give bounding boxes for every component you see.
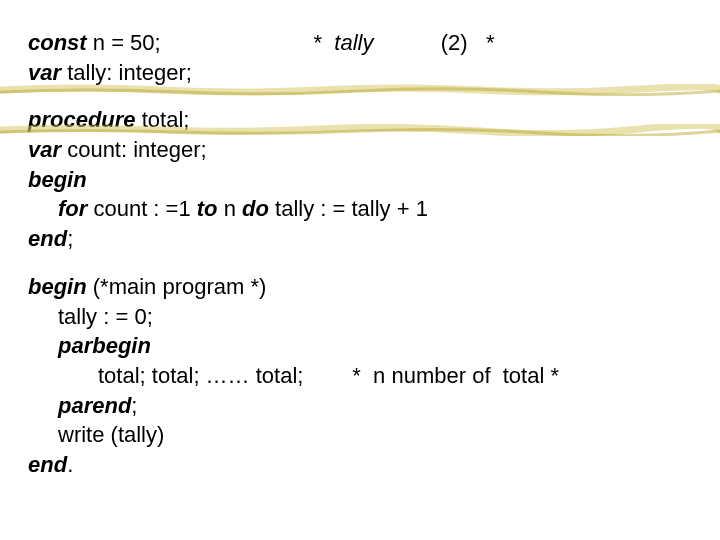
comment-tally: tally xyxy=(334,30,373,55)
kw-begin: begin xyxy=(28,167,87,192)
kw-parend: parend xyxy=(58,393,131,418)
code-line-12: parend; xyxy=(28,391,692,421)
code-line-14: end. xyxy=(28,450,692,480)
kw-end: end xyxy=(28,452,67,477)
text: write (tally) xyxy=(58,422,164,447)
code-line-10: parbegin xyxy=(28,331,692,361)
kw-begin: begin xyxy=(28,274,87,299)
comment: * n number of total * xyxy=(303,363,559,388)
text: n = 50; xyxy=(87,30,314,55)
code-line-11: total; total; …… total; * n number of to… xyxy=(28,361,692,391)
code-line-9: tally : = 0; xyxy=(28,302,692,332)
text: count: integer; xyxy=(61,137,207,162)
code-line-5: begin xyxy=(28,165,692,195)
text: tally: integer; xyxy=(61,60,192,85)
kw-var: var xyxy=(28,60,61,85)
slide: const n = 50; * tally (2) * var tally: i… xyxy=(0,0,720,540)
kw-end: end xyxy=(28,226,67,251)
kw-parbegin: parbegin xyxy=(58,333,151,358)
text: count : =1 xyxy=(87,196,196,221)
text: ; xyxy=(131,393,137,418)
comment-star: * xyxy=(314,30,335,55)
text: total; total; …… total; xyxy=(98,363,303,388)
kw-to: to xyxy=(197,196,218,221)
code-line-3: procedure total; xyxy=(28,105,692,135)
code-line-1: const n = 50; * tally (2) * xyxy=(28,28,692,58)
text: total; xyxy=(136,107,190,132)
code-line-4: var count: integer; xyxy=(28,135,692,165)
text: (*main program *) xyxy=(87,274,267,299)
kw-var: var xyxy=(28,137,61,162)
text: ; xyxy=(67,226,73,251)
code-line-2: var tally: integer; xyxy=(28,58,692,88)
kw-for: for xyxy=(58,196,87,221)
comment-rest: (2) * xyxy=(373,30,494,55)
kw-do: do xyxy=(242,196,269,221)
text: . xyxy=(67,452,73,477)
code-line-13: write (tally) xyxy=(28,420,692,450)
spacer xyxy=(28,254,692,272)
text: n xyxy=(218,196,242,221)
text: tally : = tally + 1 xyxy=(269,196,428,221)
code-line-7: end; xyxy=(28,224,692,254)
kw-procedure: procedure xyxy=(28,107,136,132)
code-line-6: for count : =1 to n do tally : = tally +… xyxy=(28,194,692,224)
text: tally : = 0; xyxy=(58,304,153,329)
spacer xyxy=(28,87,692,105)
kw-const: const xyxy=(28,30,87,55)
code-line-8: begin (*main program *) xyxy=(28,272,692,302)
